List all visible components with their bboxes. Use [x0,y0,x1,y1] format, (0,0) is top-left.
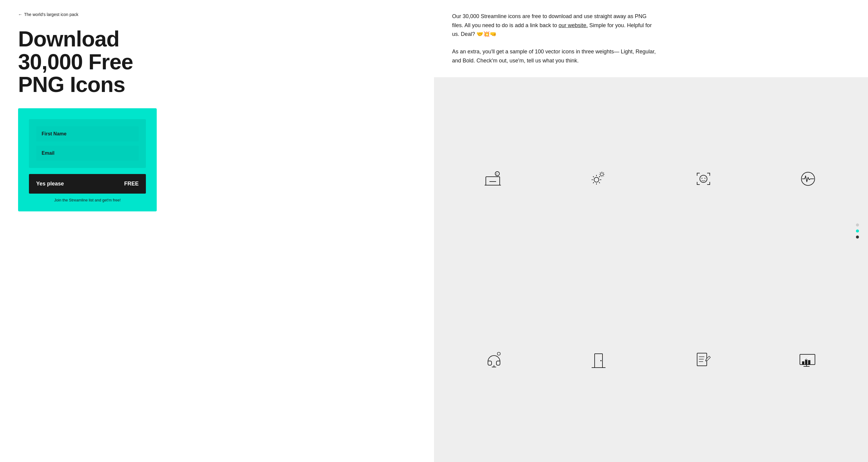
svg-rect-23 [802,362,804,365]
svg-rect-24 [805,359,807,365]
settings-gear-svg [588,168,609,190]
page-wrapper: ← The world's largest icon pack Download… [0,0,868,462]
website-link[interactable]: our website. [558,22,588,28]
face-scan-icon [690,165,717,193]
description-area: Our 30,000 Streamline icons are free to … [434,0,868,77]
email-field[interactable]: Email [36,146,138,161]
headset-ai-icon [480,347,507,374]
svg-point-9 [704,178,705,178]
laptop-notification-svg: ! [484,168,504,190]
svg-point-8 [701,178,702,178]
description-paragraph2: As an extra, you'll get a sample of 100 … [452,47,657,65]
first-name-field[interactable]: First Name [36,126,138,141]
face-scan-svg [693,168,714,190]
svg-point-2 [495,172,499,176]
form-disclaimer: Join the Streamline list and get'm free! [29,198,146,202]
analytics-screen-icon [795,347,822,374]
svg-point-6 [600,173,603,176]
right-panel: Our 30,000 Streamline icons are free to … [434,0,868,462]
left-panel: ← The world's largest icon pack Download… [0,0,434,462]
back-link[interactable]: ← The world's largest icon pack [18,12,416,17]
edit-document-icon [690,347,717,374]
form-card: First Name Email Yes please FREE Join th… [18,108,157,211]
settings-gear-icon [585,165,612,193]
edit-document-svg [693,350,714,371]
activity-monitor-icon [795,165,822,193]
svg-rect-0 [486,177,500,185]
door-open-icon [585,347,612,374]
door-open-svg [588,350,609,371]
icons-grid: ! [434,77,868,462]
scroll-dot-1[interactable] [856,224,859,227]
analytics-screen-svg [798,350,818,371]
page-title: Download 30,000 Free PNG Icons [18,28,416,96]
description-paragraph1: Our 30,000 Streamline icons are free to … [452,12,657,39]
submit-button-label: Yes please [36,181,64,187]
submit-button-badge: FREE [124,181,138,187]
svg-rect-17 [697,353,707,366]
svg-text:!: ! [496,173,497,175]
svg-point-7 [700,175,707,182]
svg-point-5 [594,177,599,182]
headset-ai-svg [484,350,504,371]
submit-button[interactable]: Yes please FREE [29,174,146,194]
form-fields-container: First Name Email [29,119,146,168]
svg-point-16 [600,360,601,361]
back-arrow-icon: ← [18,12,22,17]
laptop-notification-icon: ! [480,165,507,193]
scroll-indicators [856,224,859,238]
scroll-dot-3[interactable] [856,235,859,238]
back-link-label: The world's largest icon pack [24,12,79,17]
activity-monitor-svg [798,168,818,190]
svg-rect-25 [808,360,810,365]
svg-point-13 [497,352,500,355]
scroll-dot-2[interactable] [856,230,859,232]
